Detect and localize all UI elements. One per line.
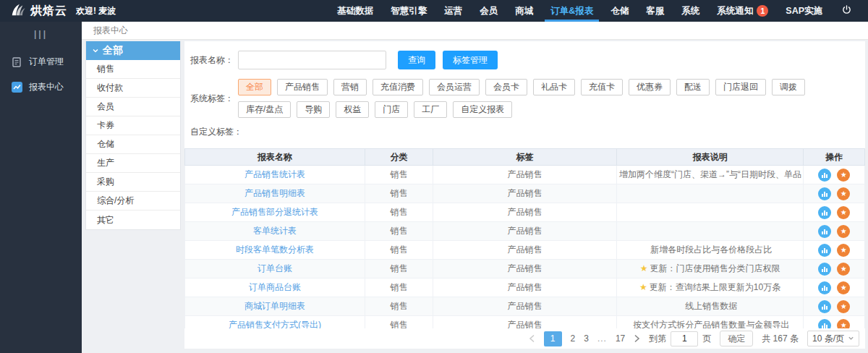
next-page-button[interactable]: [634, 334, 640, 343]
favorite-button[interactable]: ★: [837, 263, 850, 276]
nav-members[interactable]: 会员: [471, 0, 506, 22]
favorite-button[interactable]: ★: [837, 225, 850, 238]
favorite-button[interactable]: ★: [837, 244, 850, 257]
report-link[interactable]: 产品销售部分退统计表: [185, 203, 365, 222]
category-production[interactable]: 生产: [86, 154, 180, 173]
page-3-button[interactable]: 3: [584, 333, 589, 344]
tag-member-card[interactable]: 会员卡: [485, 79, 527, 95]
report-category: 销售: [365, 184, 433, 203]
favorite-button[interactable]: ★: [837, 300, 850, 313]
nav-customer-service[interactable]: 客服: [637, 0, 673, 22]
page-17-button[interactable]: 17: [616, 333, 625, 344]
sidebar-item-report-center[interactable]: 报表中心: [0, 75, 82, 100]
order-document-icon: [11, 57, 22, 67]
category-cards[interactable]: 卡券: [86, 116, 180, 135]
tag-delivery[interactable]: 配送: [676, 79, 710, 95]
nav-notifications[interactable]: 系统通知 1: [708, 0, 777, 22]
nav-smart-engine[interactable]: 智慧引擎: [382, 0, 435, 22]
page-1-button[interactable]: 1: [544, 331, 562, 346]
system-tags: 全部 产品销售 营销 充值消费 会员运营 会员卡 礼品卡 充值卡 优惠券 配送 …: [238, 79, 859, 118]
category-all[interactable]: 全部: [86, 41, 180, 60]
view-report-button[interactable]: [818, 206, 831, 219]
nav-basic-data[interactable]: 基础数据: [328, 0, 382, 22]
jump-label: 到第: [649, 333, 666, 345]
view-report-button[interactable]: [818, 263, 831, 276]
tag-manage-button[interactable]: 标签管理: [443, 51, 498, 69]
page-2-button[interactable]: 2: [571, 333, 576, 344]
nav-system[interactable]: 系统: [673, 0, 708, 22]
nav-mall[interactable]: 商城: [506, 0, 542, 22]
table-header-row: 报表名称 分类 标签 报表说明 操作: [185, 149, 865, 166]
tag-product-sales[interactable]: 产品销售: [277, 79, 328, 95]
report-category: 销售: [365, 278, 433, 297]
tag-coupon[interactable]: 优惠券: [629, 79, 671, 95]
prev-page-button[interactable]: [529, 334, 535, 343]
page-jump-input[interactable]: [671, 331, 698, 346]
report-link[interactable]: 时段客单笔数分析表: [185, 241, 365, 260]
favorite-button[interactable]: ★: [837, 169, 850, 182]
search-button[interactable]: 查询: [398, 51, 435, 69]
jump-unit-label: 页: [702, 333, 711, 345]
report-chart-icon: [11, 82, 22, 93]
report-name-input[interactable]: [238, 51, 386, 69]
view-report-button[interactable]: [818, 225, 831, 238]
tag-recharge-consume[interactable]: 充值消费: [373, 79, 423, 95]
search-row: 报表名称： 查询 标签管理: [190, 51, 859, 69]
table-row: 商城订单明细表 销售 产品销售 线上销售数据 ★: [185, 297, 865, 316]
page-jump: 到第 页: [649, 331, 711, 346]
view-report-button[interactable]: [818, 244, 831, 257]
tag-store-return[interactable]: 门店退回: [715, 79, 766, 95]
favorite-button[interactable]: ★: [837, 281, 850, 294]
tag-gift-card[interactable]: 礼品卡: [533, 79, 575, 95]
report-desc: [616, 222, 804, 241]
report-tag: 产品销售: [433, 278, 617, 297]
category-warehouse[interactable]: 仓储: [86, 135, 180, 154]
view-report-button[interactable]: [818, 169, 831, 182]
page-size-select[interactable]: 10 条/页: [807, 331, 859, 346]
tag-transfer[interactable]: 调拨: [772, 79, 805, 95]
nav-sap[interactable]: SAP实施: [777, 0, 831, 22]
tag-store[interactable]: 门店: [375, 101, 408, 118]
nav-orders-reports[interactable]: 订单&报表: [542, 0, 602, 22]
view-report-button[interactable]: [818, 300, 831, 313]
report-tag: 产品销售: [433, 203, 617, 222]
favorite-button[interactable]: ★: [837, 206, 850, 219]
category-sales[interactable]: 销售: [86, 60, 180, 79]
sidebar-collapse-button[interactable]: |||: [0, 22, 82, 49]
report-link[interactable]: 客单统计表: [185, 222, 365, 241]
tag-factory[interactable]: 工厂: [414, 101, 447, 118]
report-link[interactable]: 产品销售统计表: [185, 166, 365, 184]
col-tag: 标签: [433, 149, 617, 166]
report-link[interactable]: 订单商品台账: [185, 278, 365, 297]
tag-marketing[interactable]: 营销: [333, 79, 367, 95]
report-link[interactable]: 订单台账: [185, 260, 365, 278]
tag-inventory[interactable]: 库存/盘点: [238, 101, 291, 118]
total-count: 共 167 条: [762, 333, 799, 345]
view-report-button[interactable]: [818, 281, 831, 294]
tag-custom-report[interactable]: 自定义报表: [453, 101, 512, 118]
tag-member-ops[interactable]: 会员运营: [429, 79, 480, 95]
chevron-down-icon: [848, 333, 854, 344]
logout-button[interactable]: [831, 4, 856, 17]
category-payments[interactable]: 收付款: [86, 79, 180, 98]
favorite-button[interactable]: ★: [837, 187, 850, 200]
view-report-button[interactable]: [818, 187, 831, 200]
report-desc: 线上销售数据: [616, 297, 804, 316]
category-purchase[interactable]: 采购: [86, 173, 180, 192]
tag-guide[interactable]: 导购: [297, 101, 330, 118]
report-desc: 增加两个维度“门店、渠道→”与“日期时段、单品→”: [616, 166, 804, 184]
nav-warehouse[interactable]: 仓储: [602, 0, 637, 22]
report-link[interactable]: 商城订单明细表: [185, 297, 365, 316]
category-members[interactable]: 会员: [86, 98, 180, 116]
category-others[interactable]: 其它: [86, 210, 180, 229]
notification-badge: 1: [757, 5, 768, 17]
jump-confirm-button[interactable]: 确定: [720, 331, 753, 346]
nav-operations[interactable]: 运营: [435, 0, 471, 22]
category-analysis[interactable]: 综合/分析: [86, 192, 180, 210]
tag-all[interactable]: 全部: [238, 79, 271, 95]
tag-recharge-card[interactable]: 充值卡: [581, 79, 623, 95]
report-link[interactable]: 产品销售明细表: [185, 184, 365, 203]
sidebar-item-order-management[interactable]: 订单管理: [0, 49, 82, 75]
report-category: 销售: [365, 297, 433, 316]
tag-rights[interactable]: 权益: [336, 101, 369, 118]
